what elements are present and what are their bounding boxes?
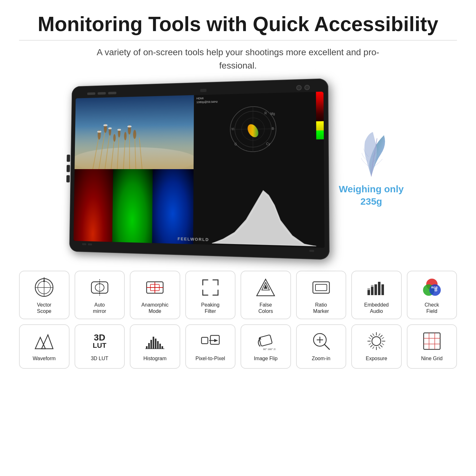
svg-point-35 <box>245 122 261 139</box>
svg-rect-74 <box>153 337 154 349</box>
bottom-bump-1 <box>82 243 86 245</box>
pixel-icon <box>200 331 221 351</box>
svg-point-23 <box>127 125 132 127</box>
top-center-btn <box>200 89 207 92</box>
monitor-body: HDMI1080p@59.94Hz <box>69 78 329 260</box>
ratio-marker-icon-area <box>310 276 332 299</box>
svg-point-18 <box>133 130 136 139</box>
svg-rect-84 <box>259 335 272 346</box>
feature-exposure: Exposure <box>351 324 402 369</box>
false-colors-icon-area <box>255 276 277 299</box>
embedded-audio-icon-area <box>365 276 387 299</box>
top-btn-1 <box>87 92 96 95</box>
monitor-screen: HDMI1080p@59.94Hz <box>73 91 324 248</box>
svg-line-106 <box>382 343 384 345</box>
auto-mirror-icon-area <box>89 276 111 299</box>
weight-text: Weighing only235g <box>339 183 404 208</box>
feather-icon <box>349 129 393 180</box>
svg-point-1 <box>75 147 194 169</box>
svg-line-8 <box>129 129 130 169</box>
feature-check-field: RGB B CheckField <box>407 271 457 320</box>
svg-point-19 <box>97 130 101 132</box>
svg-text:G: G <box>235 142 237 146</box>
svg-line-7 <box>123 136 125 169</box>
port-3 <box>66 175 70 182</box>
vector-scope-icon-area <box>33 276 55 299</box>
vector-scope-icon <box>34 277 54 298</box>
screen-tl <box>75 95 194 169</box>
svg-rect-56 <box>315 284 327 291</box>
svg-point-16 <box>124 132 127 140</box>
auto-mirror-icon <box>89 277 110 298</box>
svg-rect-108 <box>424 333 440 349</box>
feature-anamorphic: AnamorphicMode <box>130 271 180 320</box>
features-row-2: Waveform 3D LUT 3D LUT <box>19 324 457 369</box>
ratio-marker-icon <box>311 277 331 298</box>
auto-mirror-label: Automirror <box>93 302 106 315</box>
top-btn-round-1 <box>296 85 302 90</box>
histogram-area <box>200 169 318 248</box>
svg-line-4 <box>105 131 110 169</box>
svg-rect-80 <box>202 337 208 344</box>
svg-line-9 <box>134 134 136 169</box>
svg-line-98 <box>380 335 382 337</box>
svg-line-97 <box>380 345 382 347</box>
embedded-audio-icon <box>366 277 387 298</box>
peaking-icon <box>200 277 221 298</box>
svg-point-11 <box>98 130 101 139</box>
svg-line-3 <box>99 128 105 169</box>
check-field-label: CheckField <box>425 302 439 315</box>
svg-marker-82 <box>214 339 218 342</box>
svg-point-91 <box>372 337 381 346</box>
svg-rect-75 <box>155 339 156 349</box>
feature-waveform: Waveform <box>19 324 69 369</box>
svg-rect-73 <box>150 340 152 349</box>
svg-point-14 <box>113 134 116 142</box>
brand-label: FEELWORLD <box>178 236 209 242</box>
svg-line-88 <box>325 345 329 349</box>
false-colors-label: FalseColors <box>258 302 273 315</box>
check-field-icon-area: RGB B <box>421 276 443 299</box>
svg-text:B: B <box>272 127 274 130</box>
svg-rect-60 <box>378 282 380 295</box>
nine-grid-label: Nine Grid <box>421 355 443 362</box>
svg-point-15 <box>118 129 120 137</box>
svg-line-103 <box>379 334 380 336</box>
page-title: Monitoring Tools with Quick Accessibilit… <box>19 13 457 36</box>
page-container: Monitoring Tools with Quick Accessibilit… <box>0 0 476 393</box>
3dlut-icon-area: 3D LUT <box>89 330 111 352</box>
cb-red <box>316 91 324 121</box>
zoom-icon-area <box>310 330 332 352</box>
svg-line-5 <box>111 138 115 169</box>
pixel-to-pixel-label: Pixel-to-Pixel <box>195 355 225 362</box>
svg-line-100 <box>369 337 371 339</box>
bottom-bump-3 <box>309 250 314 252</box>
waveform-green <box>112 169 153 243</box>
divider <box>19 40 457 41</box>
screen-br <box>193 169 325 248</box>
waveform-red <box>73 169 113 241</box>
feature-embedded-audio: EmbeddedAudio <box>351 271 402 320</box>
color-bar-meter <box>316 91 324 169</box>
svg-line-6 <box>117 133 119 169</box>
svg-line-105 <box>373 347 374 349</box>
svg-marker-70 <box>42 335 53 349</box>
svg-point-21 <box>108 127 112 129</box>
feature-auto-mirror: Automirror <box>75 271 125 320</box>
cb-yellow <box>316 121 324 130</box>
svg-text:Yl: Yl <box>231 127 234 131</box>
3dlut-label: 3D LUT <box>91 355 108 362</box>
waveform-blue <box>152 169 194 244</box>
feature-3d-lut: 3D LUT 3D LUT <box>75 324 125 369</box>
nine-grid-icon-area <box>421 330 443 352</box>
top-btn-2 <box>98 92 106 95</box>
screen-bl <box>73 169 193 244</box>
svg-line-102 <box>382 337 384 339</box>
svg-rect-57 <box>367 290 370 295</box>
zoom-icon <box>311 331 331 351</box>
svg-point-22 <box>117 129 121 131</box>
histogram-icon-area <box>144 330 166 352</box>
svg-text:B: B <box>434 288 437 292</box>
waveform-icon <box>34 331 54 351</box>
svg-line-10 <box>139 137 142 169</box>
